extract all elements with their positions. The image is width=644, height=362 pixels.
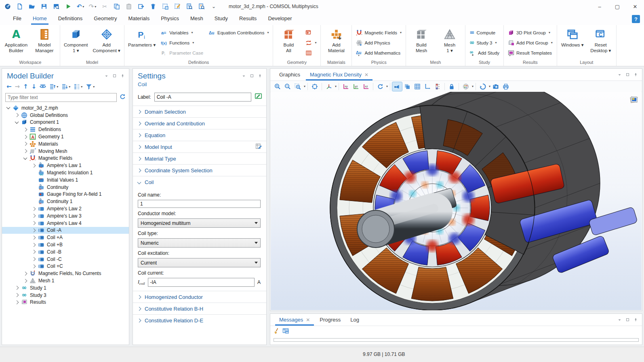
menu-tab-study[interactable]: Study <box>209 13 234 25</box>
expand-chevron-icon[interactable] <box>23 142 27 146</box>
tree-item-gauge-fixing-for-a-field-1[interactable]: Gauge Fixing for A-field 1 <box>2 191 129 198</box>
show-grid-button[interactable] <box>412 82 422 91</box>
chevron-down-icon[interactable]: ▾ <box>335 85 337 88</box>
tree-item-component-1[interactable]: Component 1 <box>2 119 129 126</box>
tree-item-amp-re-s-law-4[interactable]: Ampère's Law 4 <box>2 220 129 227</box>
zoom-box-button[interactable] <box>293 82 303 91</box>
functions-button[interactable]: f(x)Functions▾ <box>158 38 206 48</box>
float-panel-icon[interactable] <box>626 318 631 323</box>
add-study-button[interactable]: ∞Add Study <box>467 48 502 58</box>
paste-button[interactable] <box>124 2 134 11</box>
duplicate-button[interactable] <box>136 2 146 11</box>
panel-menu-icon[interactable] <box>618 318 623 323</box>
tree-item-initial-values-1[interactable]: Initial Values 1 <box>2 176 129 184</box>
messages-tab-log[interactable]: Log <box>345 314 364 326</box>
expand-chevron-icon[interactable] <box>32 257 36 261</box>
expand-chevron-icon[interactable] <box>23 271 27 275</box>
menu-tab-definitions[interactable]: Definitions <box>53 13 88 25</box>
maximize-button[interactable]: ▢ <box>608 0 626 13</box>
collapse-chevron-icon[interactable] <box>23 156 27 160</box>
collapse-all-button[interactable]: ▾ <box>60 83 72 91</box>
qat-customize-button[interactable]: ⌄ <box>208 2 219 11</box>
virtual-operations-button[interactable] <box>303 48 319 58</box>
expand-chevron-icon[interactable] <box>32 207 36 211</box>
save-button[interactable] <box>39 2 49 11</box>
expand-chevron-icon[interactable] <box>23 149 27 153</box>
expand-chevron-icon[interactable] <box>15 300 19 304</box>
view-xy-button[interactable]: xy <box>341 82 351 91</box>
tree-item-amp-re-s-law-3[interactable]: Ampère's Law 3 <box>2 212 129 220</box>
tree-item-coil-b[interactable]: Coil -B <box>2 248 129 256</box>
tree-item-continuity-1[interactable]: D⋈Continuity 1 <box>2 198 129 205</box>
label-input[interactable] <box>154 93 251 102</box>
section-domain-selection[interactable]: Domain Selection <box>133 106 266 117</box>
graphics-tab-magnetic-flux-density[interactable]: Magnetic Flux Density✕ <box>305 69 373 80</box>
chevron-down-icon[interactable]: ▾ <box>472 85 474 88</box>
graphics-tab-graphics[interactable]: Graphics <box>274 69 305 80</box>
filter-button[interactable]: ▾ <box>84 83 96 91</box>
add-physics-button[interactable]: Add Physics <box>354 38 404 48</box>
find-button[interactable] <box>184 2 195 11</box>
refresh-filter-icon[interactable] <box>119 93 126 102</box>
help-button[interactable]: ? <box>632 15 640 23</box>
pin-panel-icon[interactable] <box>634 73 639 78</box>
tree-item-results[interactable]: Results <box>2 299 129 306</box>
expand-chevron-icon[interactable] <box>15 293 19 297</box>
section-equation[interactable]: Equation <box>133 129 266 141</box>
mesh-1-button[interactable]: Mesh 1 ▾ <box>436 26 463 55</box>
menu-tab-developer[interactable]: Developer <box>262 13 297 25</box>
build-all-button[interactable]: Build All <box>275 26 302 55</box>
lock-view-button[interactable] <box>447 82 457 91</box>
section-coil[interactable]: Coil <box>133 176 266 188</box>
section-constitutive-relation-b-h[interactable]: Constitutive Relation B-H <box>133 303 266 314</box>
menu-tab-file[interactable]: File <box>7 13 27 25</box>
tree-item-mesh-1[interactable]: Mesh 1 <box>2 277 129 284</box>
tree-item-motor-3d-2-mph[interactable]: motor_3d_2.mph <box>2 104 129 112</box>
tree-item-study-1[interactable]: ∞Study 1 <box>2 284 129 292</box>
tree-item-moving-mesh[interactable]: Moving Mesh <box>2 148 129 155</box>
tree-item-global-definitions[interactable]: Global Definitions <box>2 112 129 119</box>
menu-tab-physics[interactable]: Physics <box>155 13 185 25</box>
expand-chevron-icon[interactable] <box>32 243 36 247</box>
expand-chevron-icon[interactable] <box>32 264 36 268</box>
rotate-view-button[interactable] <box>375 82 385 91</box>
float-panel-icon[interactable] <box>626 73 631 78</box>
model-input-edit-icon[interactable] <box>255 143 262 150</box>
section-coordinate-system-selection[interactable]: Coordinate System Selection <box>133 164 266 176</box>
move-up-button[interactable]: ↑ <box>22 83 29 91</box>
tree-item-geometry-1[interactable]: AGeometry 1 <box>2 133 129 140</box>
tree-item-amp-re-s-law-1[interactable]: DAmpère's Law 1 <box>2 162 129 169</box>
chevron-down-icon[interactable]: ▾ <box>304 85 305 88</box>
open-recovery-button[interactable] <box>51 2 61 11</box>
undo-button[interactable]: ↶▾ <box>75 2 86 11</box>
tree-item-definitions[interactable]: Definitions <box>2 126 129 133</box>
reset-desktop-button[interactable]: CReset Desktop ▾ <box>587 26 615 55</box>
3d-plot-group-button[interactable]: 3D Plot Group▾ <box>505 28 555 38</box>
tree-item-continuity[interactable]: D⋈Continuity <box>2 184 129 191</box>
graphics-canvas[interactable] <box>271 92 642 310</box>
zoom-extents-button[interactable] <box>310 82 320 91</box>
collapse-chevron-icon[interactable] <box>6 106 11 110</box>
section-homogenized-conductor[interactable]: Homogenized Conductor <box>133 291 266 303</box>
expand-chevron-icon[interactable] <box>32 214 36 218</box>
clear-selection-button[interactable] <box>172 2 183 11</box>
rebuild-button[interactable]: ▾ <box>303 38 319 48</box>
parameter-case-button[interactable]: PiParameter Case <box>158 48 206 58</box>
environment-button[interactable] <box>461 82 471 91</box>
build-mesh-button[interactable]: Build Mesh <box>408 26 435 55</box>
new-button[interactable] <box>15 2 25 11</box>
section-override-and-contribution[interactable]: Override and Contribution <box>133 117 266 129</box>
coil-name-input[interactable] <box>138 200 261 208</box>
panel-menu-icon[interactable] <box>242 73 247 80</box>
add-material-button[interactable]: Add Material <box>322 26 350 55</box>
expand-chevron-icon[interactable] <box>23 135 27 139</box>
delete-button[interactable] <box>148 2 158 11</box>
select-box-button[interactable] <box>160 2 170 11</box>
add-component-button[interactable]: Add Component ▾ <box>90 26 122 55</box>
tree-item-magnetic-fields-no-currents[interactable]: Magnetic Fields, No Currents <box>2 270 129 277</box>
close-button[interactable]: ✕ <box>626 0 644 13</box>
close-tab-icon[interactable]: ✕ <box>306 317 310 323</box>
cut-button[interactable]: ✂ <box>99 2 110 11</box>
section-material-type[interactable]: Material Type <box>133 152 266 164</box>
parameters-button[interactable]: PiParameters ▾ <box>126 26 158 49</box>
